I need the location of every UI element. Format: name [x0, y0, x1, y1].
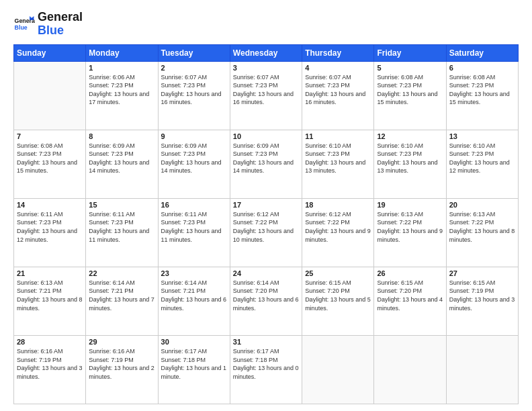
- day-detail: Sunrise: 6:10 AMSunset: 7:23 PMDaylight:…: [449, 142, 515, 175]
- day-cell: 27Sunrise: 6:15 AMSunset: 7:19 PMDayligh…: [446, 267, 518, 335]
- day-cell: 9Sunrise: 6:09 AMSunset: 7:23 PMDaylight…: [158, 130, 230, 198]
- day-cell: [302, 335, 374, 404]
- weekday-header-tuesday: Tuesday: [158, 44, 230, 61]
- day-detail: Sunrise: 6:08 AMSunset: 7:23 PMDaylight:…: [449, 73, 515, 107]
- day-detail: Sunrise: 6:11 AMSunset: 7:23 PMDaylight:…: [17, 210, 83, 244]
- day-detail: Sunrise: 6:13 AMSunset: 7:22 PMDaylight:…: [449, 210, 515, 244]
- calendar: SundayMondayTuesdayWednesdayThursdayFrid…: [13, 44, 519, 404]
- day-detail: Sunrise: 6:06 AMSunset: 7:23 PMDaylight:…: [89, 73, 154, 107]
- day-cell: 2Sunrise: 6:07 AMSunset: 7:23 PMDaylight…: [158, 61, 230, 130]
- day-number: 7: [17, 132, 83, 140]
- logo-blue: Blue: [38, 24, 83, 38]
- day-cell: 30Sunrise: 6:17 AMSunset: 7:18 PMDayligh…: [158, 335, 230, 404]
- day-number: 28: [17, 338, 83, 346]
- day-cell: 19Sunrise: 6:13 AMSunset: 7:22 PMDayligh…: [374, 198, 446, 267]
- week-row-2: 7Sunrise: 6:08 AMSunset: 7:23 PMDaylight…: [14, 130, 519, 198]
- day-cell: 1Sunrise: 6:06 AMSunset: 7:23 PMDaylight…: [86, 61, 158, 130]
- day-detail: Sunrise: 6:10 AMSunset: 7:23 PMDaylight:…: [305, 142, 371, 175]
- day-number: 15: [89, 201, 154, 209]
- day-cell: 7Sunrise: 6:08 AMSunset: 7:23 PMDaylight…: [14, 130, 86, 198]
- day-number: 23: [161, 269, 227, 277]
- day-detail: Sunrise: 6:14 AMSunset: 7:21 PMDaylight:…: [89, 279, 154, 312]
- logo-general: General: [38, 11, 83, 24]
- day-number: 6: [449, 64, 515, 72]
- day-number: 1: [89, 64, 154, 72]
- day-number: 21: [17, 269, 83, 277]
- day-number: 27: [449, 269, 515, 277]
- day-number: 13: [449, 132, 515, 140]
- logo: General Blue General Blue: [13, 11, 83, 38]
- day-cell: 21Sunrise: 6:13 AMSunset: 7:21 PMDayligh…: [14, 267, 86, 335]
- day-detail: Sunrise: 6:13 AMSunset: 7:21 PMDaylight:…: [17, 279, 83, 312]
- day-cell: 18Sunrise: 6:12 AMSunset: 7:22 PMDayligh…: [302, 198, 374, 267]
- day-detail: Sunrise: 6:16 AMSunset: 7:19 PMDaylight:…: [17, 347, 83, 381]
- header: General Blue General Blue: [13, 11, 519, 38]
- day-cell: 26Sunrise: 6:15 AMSunset: 7:20 PMDayligh…: [374, 267, 446, 335]
- day-number: 11: [305, 132, 371, 140]
- day-detail: Sunrise: 6:09 AMSunset: 7:23 PMDaylight:…: [89, 142, 154, 175]
- day-number: 4: [305, 64, 371, 72]
- day-detail: Sunrise: 6:07 AMSunset: 7:23 PMDaylight:…: [161, 73, 227, 107]
- day-number: 19: [377, 201, 443, 209]
- day-detail: Sunrise: 6:17 AMSunset: 7:18 PMDaylight:…: [161, 347, 227, 381]
- logo-icon: General Blue: [13, 13, 35, 35]
- day-cell: 12Sunrise: 6:10 AMSunset: 7:23 PMDayligh…: [374, 130, 446, 198]
- day-detail: Sunrise: 6:17 AMSunset: 7:18 PMDaylight:…: [233, 347, 299, 381]
- day-cell: 10Sunrise: 6:09 AMSunset: 7:23 PMDayligh…: [230, 130, 302, 198]
- day-number: 24: [233, 269, 299, 277]
- weekday-header-sunday: Sunday: [14, 44, 86, 61]
- svg-text:Blue: Blue: [15, 24, 28, 31]
- day-detail: Sunrise: 6:12 AMSunset: 7:22 PMDaylight:…: [305, 210, 371, 244]
- day-cell: 14Sunrise: 6:11 AMSunset: 7:23 PMDayligh…: [14, 198, 86, 267]
- calendar-header: SundayMondayTuesdayWednesdayThursdayFrid…: [14, 44, 519, 61]
- day-cell: 23Sunrise: 6:14 AMSunset: 7:21 PMDayligh…: [158, 267, 230, 335]
- day-number: 29: [89, 338, 154, 346]
- day-detail: Sunrise: 6:09 AMSunset: 7:23 PMDaylight:…: [161, 142, 227, 175]
- day-number: 16: [161, 201, 227, 209]
- day-cell: 3Sunrise: 6:07 AMSunset: 7:23 PMDaylight…: [230, 61, 302, 130]
- day-number: 30: [161, 338, 227, 346]
- day-cell: 24Sunrise: 6:14 AMSunset: 7:20 PMDayligh…: [230, 267, 302, 335]
- day-detail: Sunrise: 6:10 AMSunset: 7:23 PMDaylight:…: [377, 142, 443, 175]
- weekday-header-saturday: Saturday: [446, 44, 518, 61]
- day-cell: [446, 335, 518, 404]
- day-cell: 4Sunrise: 6:07 AMSunset: 7:23 PMDaylight…: [302, 61, 374, 130]
- day-cell: 28Sunrise: 6:16 AMSunset: 7:19 PMDayligh…: [14, 335, 86, 404]
- day-number: 9: [161, 132, 227, 140]
- day-number: 25: [305, 269, 371, 277]
- day-cell: 5Sunrise: 6:08 AMSunset: 7:23 PMDaylight…: [374, 61, 446, 130]
- day-cell: 25Sunrise: 6:15 AMSunset: 7:20 PMDayligh…: [302, 267, 374, 335]
- page: General Blue General Blue SundayMondayTu…: [0, 0, 532, 411]
- day-cell: [14, 61, 86, 130]
- day-cell: 29Sunrise: 6:16 AMSunset: 7:19 PMDayligh…: [86, 335, 158, 404]
- day-cell: 6Sunrise: 6:08 AMSunset: 7:23 PMDaylight…: [446, 61, 518, 130]
- day-number: 31: [233, 338, 299, 346]
- weekday-header-thursday: Thursday: [302, 44, 374, 61]
- day-number: 5: [377, 64, 443, 72]
- week-row-3: 14Sunrise: 6:11 AMSunset: 7:23 PMDayligh…: [14, 198, 519, 267]
- day-number: 2: [161, 64, 227, 72]
- weekday-header-monday: Monday: [86, 44, 158, 61]
- weekday-header-friday: Friday: [374, 44, 446, 61]
- day-number: 26: [377, 269, 443, 277]
- calendar-body: 1Sunrise: 6:06 AMSunset: 7:23 PMDaylight…: [14, 61, 519, 404]
- day-detail: Sunrise: 6:16 AMSunset: 7:19 PMDaylight:…: [89, 347, 154, 381]
- week-row-4: 21Sunrise: 6:13 AMSunset: 7:21 PMDayligh…: [14, 267, 519, 335]
- day-number: 12: [377, 132, 443, 140]
- day-number: 8: [89, 132, 154, 140]
- day-detail: Sunrise: 6:15 AMSunset: 7:20 PMDaylight:…: [305, 279, 371, 312]
- day-detail: Sunrise: 6:14 AMSunset: 7:20 PMDaylight:…: [233, 279, 299, 312]
- day-detail: Sunrise: 6:08 AMSunset: 7:23 PMDaylight:…: [17, 142, 83, 175]
- day-cell: 8Sunrise: 6:09 AMSunset: 7:23 PMDaylight…: [86, 130, 158, 198]
- week-row-1: 1Sunrise: 6:06 AMSunset: 7:23 PMDaylight…: [14, 61, 519, 130]
- day-cell: 31Sunrise: 6:17 AMSunset: 7:18 PMDayligh…: [230, 335, 302, 404]
- day-number: 17: [233, 201, 299, 209]
- week-row-5: 28Sunrise: 6:16 AMSunset: 7:19 PMDayligh…: [14, 335, 519, 404]
- day-cell: 22Sunrise: 6:14 AMSunset: 7:21 PMDayligh…: [86, 267, 158, 335]
- day-detail: Sunrise: 6:07 AMSunset: 7:23 PMDaylight:…: [305, 73, 371, 107]
- day-detail: Sunrise: 6:07 AMSunset: 7:23 PMDaylight:…: [233, 73, 299, 107]
- day-number: 3: [233, 64, 299, 72]
- day-cell: 20Sunrise: 6:13 AMSunset: 7:22 PMDayligh…: [446, 198, 518, 267]
- day-detail: Sunrise: 6:15 AMSunset: 7:19 PMDaylight:…: [449, 279, 515, 312]
- day-number: 10: [233, 132, 299, 140]
